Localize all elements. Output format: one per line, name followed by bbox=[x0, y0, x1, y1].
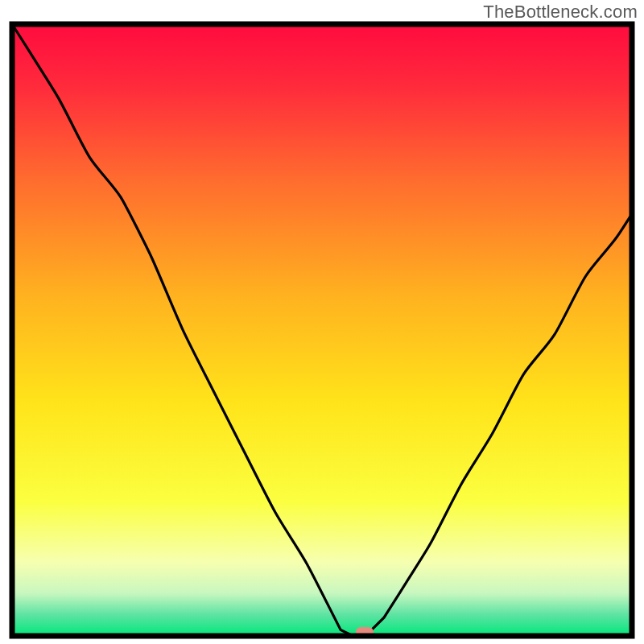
chart-container: TheBottleneck.com bbox=[0, 0, 644, 644]
bottleneck-chart bbox=[8, 20, 636, 640]
watermark-text: TheBottleneck.com bbox=[483, 2, 638, 23]
plot-background bbox=[12, 24, 632, 636]
